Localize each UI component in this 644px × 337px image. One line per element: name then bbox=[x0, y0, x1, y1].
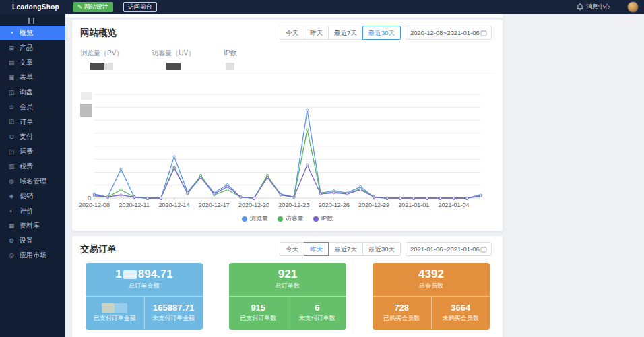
sidebar-item-label: 运费 bbox=[20, 147, 33, 156]
app-logo[interactable]: LeadongShop bbox=[12, 0, 59, 14]
main-content: 网站概览 今天昨天最近7天最近30天 2020-12-08~2021-01-06… bbox=[65, 14, 644, 337]
svg-text:2020-12-11: 2020-12-11 bbox=[119, 202, 150, 208]
tax-icon: ▥ bbox=[7, 163, 16, 170]
legend-item-2[interactable]: IP数 bbox=[313, 214, 333, 223]
sidebar-item-14[interactable]: ⚙设置 bbox=[0, 233, 65, 248]
orders-filter-1[interactable]: 昨天 bbox=[304, 242, 329, 256]
sidebar-collapse-icon[interactable] bbox=[28, 18, 34, 24]
svg-text:2020-12-29: 2020-12-29 bbox=[358, 202, 389, 208]
sidebar-item-0[interactable]: ◔概览 bbox=[0, 26, 65, 40]
traffic-line-chart: 02020-12-082020-12-112020-12-142020-12-1… bbox=[72, 78, 503, 212]
legend-item-1[interactable]: 访客量 bbox=[278, 214, 304, 223]
card-total-value: 4392 bbox=[418, 268, 444, 280]
site-design-button[interactable]: ✎ 网站设计 bbox=[73, 2, 113, 12]
settings-icon: ⚙ bbox=[7, 237, 16, 244]
message-center-button[interactable]: 消息中心 bbox=[577, 0, 610, 14]
sidebar-item-label: 支付 bbox=[20, 132, 33, 142]
sidebar-item-label: 域名管理 bbox=[20, 177, 46, 186]
orders-date-range-input[interactable]: 2021-01-06~2021-01-06 bbox=[406, 242, 492, 256]
overview-filter-1[interactable]: 昨天 bbox=[304, 26, 329, 40]
card-right-cell: 6未支付订单数 bbox=[288, 297, 347, 329]
stat-label: 浏览量（PV） bbox=[80, 49, 123, 58]
cell-label: 已购买会员数 bbox=[383, 314, 420, 323]
order-count-card: 921总订单数915已支付订单数6未支付订单数 bbox=[229, 263, 346, 330]
svg-text:2020-12-14: 2020-12-14 bbox=[159, 202, 190, 208]
sidebar-item-label: 评价 bbox=[20, 206, 33, 216]
svg-text:2021-01-04: 2021-01-04 bbox=[438, 202, 469, 208]
sidebar-menu: ◔概览⊞产品▤文章▣表单◫询盘♔会员☑订单⊙支付◳运费▥税费◍域名管理◈促销◐评… bbox=[0, 26, 65, 263]
cell-value: 3664 bbox=[451, 303, 470, 313]
overview-filters: 今天昨天最近7天最近30天 2020-12-08~2021-01-06 bbox=[280, 26, 492, 40]
message-center-label: 消息中心 bbox=[586, 3, 610, 11]
topbar: LeadongShop ✎ 网站设计 访问前台 消息中心 bbox=[0, 0, 644, 14]
overview-date-range-value: 2020-12-08~2021-01-06 bbox=[410, 29, 480, 36]
sidebar-item-5[interactable]: ♔会员 bbox=[0, 100, 65, 115]
sidebar-item-10[interactable]: ◍域名管理 bbox=[0, 174, 65, 189]
overview-filter-0[interactable]: 今天 bbox=[280, 26, 304, 40]
calendar-icon bbox=[480, 246, 487, 253]
sidebar-item-label: 应用市场 bbox=[20, 251, 46, 260]
legend-label: 浏览量 bbox=[250, 214, 268, 223]
visit-frontend-button[interactable]: 访问前台 bbox=[123, 2, 157, 12]
inquiries-icon: ◫ bbox=[7, 89, 16, 96]
member-count-card: 4392总会员数728已购买会员数3664未购买会员数 bbox=[373, 263, 490, 330]
sidebar-item-label: 询盘 bbox=[20, 88, 33, 97]
sidebar-item-8[interactable]: ◳运费 bbox=[0, 144, 65, 159]
card-right-cell: 165887.71未支付订单金额 bbox=[145, 297, 203, 329]
svg-text:2020-12-23: 2020-12-23 bbox=[278, 202, 309, 208]
promotions-icon: ◈ bbox=[7, 193, 16, 200]
sidebar-item-3[interactable]: ▣表单 bbox=[0, 70, 65, 85]
overview-filter-2[interactable]: 最近7天 bbox=[328, 26, 363, 40]
legend-dot-icon bbox=[242, 216, 247, 222]
legend-item-0[interactable]: 浏览量 bbox=[242, 214, 268, 223]
overview-filter-3[interactable]: 最近30天 bbox=[362, 26, 401, 40]
cell-label: 已支付订单数 bbox=[240, 314, 276, 323]
card-left-cell: 915已支付订单数 bbox=[229, 297, 288, 329]
articles-icon: ▤ bbox=[7, 59, 16, 66]
sidebar-item-9[interactable]: ▥税费 bbox=[0, 159, 65, 174]
sidebar: ◔概览⊞产品▤文章▣表单◫询盘♔会员☑订单⊙支付◳运费▥税费◍域名管理◈促销◐评… bbox=[0, 14, 65, 337]
members-icon: ♔ bbox=[7, 104, 16, 111]
sidebar-item-4[interactable]: ◫询盘 bbox=[0, 85, 65, 100]
sidebar-item-label: 税费 bbox=[20, 162, 33, 171]
overview-date-range-input[interactable]: 2020-12-08~2021-01-06 bbox=[406, 26, 492, 40]
appmarket-icon: ◎ bbox=[7, 252, 16, 259]
products-icon: ⊞ bbox=[7, 44, 16, 51]
calendar-icon bbox=[480, 30, 487, 36]
sidebar-item-11[interactable]: ◈促销 bbox=[0, 189, 65, 204]
cell-value: 6 bbox=[315, 303, 319, 313]
library-icon: ▦ bbox=[7, 222, 16, 229]
sidebar-item-15[interactable]: ◎应用市场 bbox=[0, 248, 65, 263]
svg-text:2020-12-26: 2020-12-26 bbox=[319, 202, 350, 208]
legend-label: 访客量 bbox=[286, 214, 304, 223]
orders-filter-3[interactable]: 最近30天 bbox=[362, 242, 401, 256]
orders-range-buttons: 今天昨天最近7天最近30天 bbox=[280, 242, 401, 256]
sidebar-item-label: 订单 bbox=[20, 117, 33, 127]
svg-text:2020-12-17: 2020-12-17 bbox=[199, 202, 230, 208]
domain-icon: ◍ bbox=[7, 178, 16, 185]
overview-range-buttons: 今天昨天最近7天最近30天 bbox=[280, 26, 401, 40]
orders-filter-2[interactable]: 最近7天 bbox=[328, 242, 363, 256]
orders-icon: ☑ bbox=[7, 119, 16, 125]
sidebar-item-6[interactable]: ☑订单 bbox=[0, 115, 65, 129]
overview-panel: 网站概览 今天昨天最近7天最近30天 2020-12-08~2021-01-06… bbox=[72, 20, 503, 231]
avatar[interactable] bbox=[627, 1, 639, 13]
sidebar-item-2[interactable]: ▤文章 bbox=[0, 55, 65, 70]
sidebar-item-12[interactable]: ◐评价 bbox=[0, 204, 65, 218]
orders-filter-0[interactable]: 今天 bbox=[280, 242, 304, 256]
card-total-value: 921 bbox=[278, 268, 297, 280]
sidebar-item-label: 资料库 bbox=[20, 221, 40, 231]
overview-stats: 浏览量（PV）访客量（UV）IP数 bbox=[80, 49, 237, 70]
censored-block bbox=[102, 303, 115, 313]
sidebar-item-13[interactable]: ▦资料库 bbox=[0, 218, 65, 233]
order-amount-card: 1894.71总订单金额已支付订单金额165887.71未支付订单金额 bbox=[86, 263, 203, 330]
forms-icon: ▣ bbox=[7, 74, 16, 81]
sidebar-item-7[interactable]: ⊙支付 bbox=[0, 129, 65, 144]
card-right-cell: 3664未购买会员数 bbox=[432, 297, 490, 329]
censored-block bbox=[90, 63, 104, 70]
orders-date-range-value: 2021-01-06~2021-01-06 bbox=[410, 245, 480, 253]
orders-panel: 交易订单 今天昨天最近7天最近30天 2021-01-06~2021-01-06… bbox=[72, 236, 503, 337]
dashboard-icon: ◔ bbox=[7, 30, 16, 36]
sidebar-item-1[interactable]: ⊞产品 bbox=[0, 40, 65, 55]
svg-text:2020-12-08: 2020-12-08 bbox=[79, 202, 110, 208]
